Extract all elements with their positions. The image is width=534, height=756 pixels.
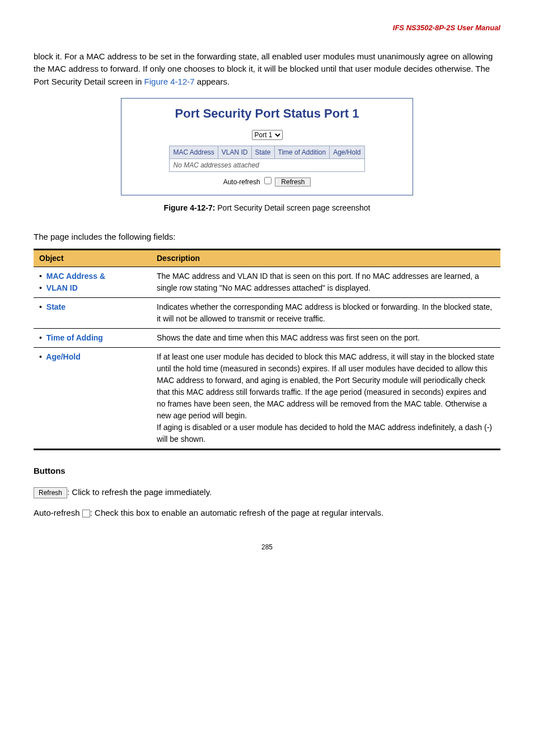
object-cell: • Time of Adding bbox=[34, 329, 151, 348]
port-select[interactable]: Port 1 bbox=[252, 130, 283, 140]
buttons-heading: Buttons bbox=[34, 465, 500, 478]
col-mac: MAC Address bbox=[170, 146, 218, 158]
table-lead: The page includes the following fields: bbox=[34, 231, 500, 244]
refresh-button[interactable]: Refresh bbox=[275, 178, 311, 186]
figure-title: Port Security Port Status Port 1 bbox=[133, 104, 401, 123]
col-time: Time of Addition bbox=[274, 146, 330, 158]
desc-head-object: Object bbox=[34, 250, 151, 267]
figure-caption-bold: Figure 4-12-7: bbox=[164, 203, 216, 212]
refresh-button-inline[interactable]: Refresh bbox=[34, 487, 67, 498]
refresh-button-text: : Click to refresh the page immediately. bbox=[67, 487, 212, 497]
auto-refresh-label: Auto-refresh bbox=[223, 178, 260, 186]
col-state: State bbox=[251, 146, 274, 158]
desc-head-description: Description bbox=[151, 250, 500, 267]
auto-refresh-text: : Check this box to enable an automatic … bbox=[90, 508, 383, 517]
table-row: • StateIndicates whether the correspondi… bbox=[34, 298, 500, 329]
desc-header-row: Object Description bbox=[34, 250, 500, 267]
manual-header: IFS NS3502-8P-2S User Manual bbox=[34, 22, 500, 34]
table-row: • Time of AddingShows the date and time … bbox=[34, 329, 500, 348]
status-table: MAC Address VLAN ID State Time of Additi… bbox=[169, 146, 364, 172]
description-cell: Indicates whether the corresponding MAC … bbox=[151, 298, 500, 329]
col-age: Age/Hold bbox=[330, 146, 364, 158]
status-empty-text: No MAC addresses attached bbox=[170, 158, 364, 171]
figure-screenshot-box: Port Security Port Status Port 1 Port 1 … bbox=[121, 98, 413, 195]
object-cell: • State bbox=[34, 298, 151, 329]
auto-refresh-checkbox[interactable] bbox=[264, 177, 271, 184]
figure-caption: Figure 4-12-7: Port Security Detail scre… bbox=[34, 202, 500, 214]
intro-text-before: block it. For a MAC address to be set in… bbox=[34, 52, 493, 86]
table-row: • MAC Address &• VLAN IDThe MAC address … bbox=[34, 267, 500, 298]
description-cell: The MAC address and VLAN ID that is seen… bbox=[151, 267, 500, 298]
status-table-empty-row: No MAC addresses attached bbox=[170, 158, 364, 171]
description-table: Object Description • MAC Address &• VLAN… bbox=[34, 249, 500, 450]
figure-controls: Auto-refresh Refresh bbox=[133, 175, 401, 187]
description-cell: If at least one user module has decided … bbox=[151, 348, 500, 450]
auto-refresh-checkbox-inline[interactable] bbox=[82, 510, 90, 517]
table-row: • Age/HoldIf at least one user module ha… bbox=[34, 348, 500, 450]
description-cell: Shows the date and time when this MAC ad… bbox=[151, 329, 500, 348]
auto-refresh-prefix: Auto-refresh bbox=[34, 508, 82, 517]
page-number: 285 bbox=[34, 542, 500, 552]
col-vlan: VLAN ID bbox=[218, 146, 251, 158]
refresh-button-explain: Refresh: Click to refresh the page immed… bbox=[34, 486, 500, 499]
intro-text-after: appears. bbox=[197, 77, 229, 86]
auto-refresh-explain: Auto-refresh : Check this box to enable … bbox=[34, 507, 500, 520]
figure-ref-link[interactable]: Figure 4-12-7 bbox=[144, 77, 195, 86]
intro-paragraph: block it. For a MAC address to be set in… bbox=[34, 50, 500, 88]
object-cell: • MAC Address &• VLAN ID bbox=[34, 267, 151, 298]
status-table-header-row: MAC Address VLAN ID State Time of Additi… bbox=[170, 146, 364, 158]
object-cell: • Age/Hold bbox=[34, 348, 151, 450]
figure-caption-rest: Port Security Detail screen page screens… bbox=[215, 203, 370, 212]
